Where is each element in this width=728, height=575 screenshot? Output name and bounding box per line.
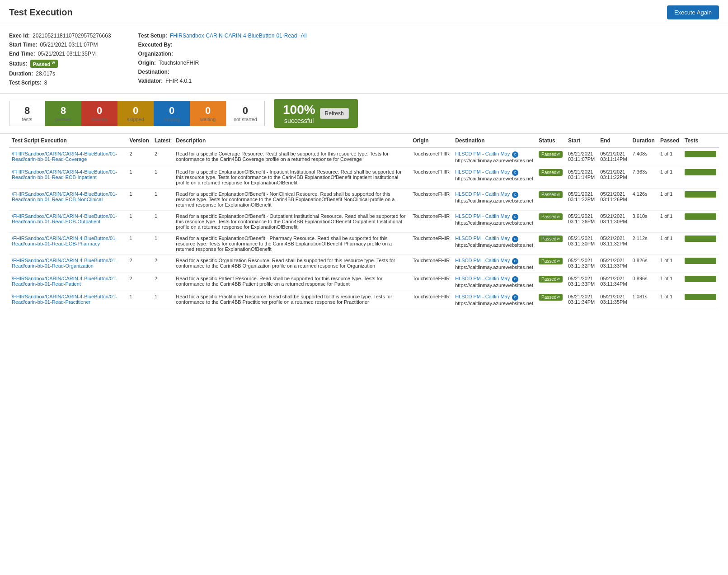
cell-script: /FHIRSandbox/CARIN/CARIN-4-BlueButton/01… <box>9 210 127 232</box>
cell-version: 2 <box>127 255 152 273</box>
table-row: /FHIRSandbox/CARIN/CARIN-4-BlueButton/01… <box>9 291 719 309</box>
col-tests: Tests <box>682 134 719 148</box>
cell-tests <box>682 255 719 273</box>
cell-start: 05/21/202103:11:30PM <box>565 232 597 255</box>
cell-latest: 1 <box>152 188 173 210</box>
status-badge: Passed W <box>539 236 563 242</box>
col-description: Description <box>173 134 410 148</box>
cell-start: 05/21/202103:11:14PM <box>565 166 597 188</box>
test-setup-label: Test Setup: <box>138 33 167 39</box>
progress-bar <box>685 213 716 220</box>
executed-by-row: Executed By: <box>138 42 307 48</box>
col-latest: Latest <box>152 134 173 148</box>
cell-description: Read for a specific ExplanationOfBenefit… <box>173 166 410 188</box>
cell-passed: 1 of 1 <box>658 291 682 309</box>
not-started-label: not started <box>234 117 257 122</box>
cell-description: Read for a specific Coverage Resource. R… <box>173 148 410 166</box>
script-link[interactable]: /FHIRSandbox/CARIN/CARIN-4-BlueButton/01… <box>12 294 124 305</box>
cell-latest: 1 <box>152 291 173 309</box>
results-table: Test Script Execution Version Latest Des… <box>9 134 719 309</box>
dest-url: https://caitlinmay.azurewebsites.net <box>455 158 533 163</box>
dest-link[interactable]: HLSCD PM - Caitlin May C <box>455 294 518 299</box>
dest-link[interactable]: HLSCD PM - Caitlin May C <box>455 258 518 263</box>
dest-link[interactable]: HLSCD PM - Caitlin May C <box>455 276 518 281</box>
skipped-stat: 0 skipped <box>117 101 154 126</box>
script-link[interactable]: /FHIRSandbox/CARIN/CARIN-4-BlueButton/01… <box>12 151 124 162</box>
start-time-value: 05/21/2021 03:11:07PM <box>40 42 98 48</box>
dest-icon: C <box>512 192 518 198</box>
cell-script: /FHIRSandbox/CARIN/CARIN-4-BlueButton/01… <box>9 188 127 210</box>
progress-bar <box>685 236 716 242</box>
col-script: Test Script Execution <box>9 134 127 148</box>
skipped-count: 0 <box>125 105 146 117</box>
dest-link[interactable]: HLSCD PM - Caitlin May C <box>455 151 518 156</box>
col-origin: Origin <box>410 134 452 148</box>
executed-by-label: Executed By: <box>138 42 173 48</box>
script-link[interactable]: /FHIRSandbox/CARIN/CARIN-4-BlueButton/01… <box>12 169 124 180</box>
validator-label: Validator: <box>138 78 163 84</box>
start-time-label: Start Time: <box>9 42 37 48</box>
dest-link[interactable]: HLSCD PM - Caitlin May C <box>455 191 518 197</box>
dest-link[interactable]: HLSCD PM - Caitlin May C <box>455 213 518 219</box>
cell-description: Read for a specific ExplanationOfBenefit… <box>173 210 410 232</box>
script-link[interactable]: /FHIRSandbox/CARIN/CARIN-4-BlueButton/01… <box>12 191 124 202</box>
refresh-button[interactable]: Refresh <box>320 108 349 119</box>
cell-passed: 1 of 1 <box>658 148 682 166</box>
status-badge: Passed W <box>539 169 563 176</box>
dest-icon: C <box>512 214 518 220</box>
cell-duration: 1.081s <box>630 291 658 309</box>
execute-again-button[interactable]: Execute Again <box>667 5 719 19</box>
passes-label: passes <box>53 117 74 122</box>
script-link[interactable]: /FHIRSandbox/CARIN/CARIN-4-BlueButton/01… <box>12 213 124 224</box>
table-row: /FHIRSandbox/CARIN/CARIN-4-BlueButton/01… <box>9 166 719 188</box>
test-setup-link[interactable]: FHIRSandbox-CARIN-CARIN-4-BlueButton-01-… <box>170 33 307 39</box>
cell-script: /FHIRSandbox/CARIN/CARIN-4-BlueButton/01… <box>9 166 127 188</box>
cell-status: Passed W <box>536 291 565 309</box>
cell-latest: 1 <box>152 210 173 232</box>
failures-label: failures <box>89 117 110 122</box>
cell-origin: TouchstoneFHIR <box>410 188 452 210</box>
dest-url: https://caitlinmay.azurewebsites.net <box>455 242 533 248</box>
col-status: Status <box>536 134 565 148</box>
waiting-label: waiting <box>197 117 218 122</box>
status-badge: Passed W <box>539 151 563 158</box>
dest-icon: C <box>512 276 518 283</box>
cell-latest: 1 <box>152 232 173 255</box>
cell-script: /FHIRSandbox/CARIN/CARIN-4-BlueButton/01… <box>9 255 127 273</box>
dest-url: https://caitlinmay.azurewebsites.net <box>455 220 533 226</box>
cell-start: 05/21/202103:11:34PM <box>565 291 597 309</box>
script-link[interactable]: /FHIRSandbox/CARIN/CARIN-4-BlueButton/01… <box>12 236 124 246</box>
table-row: /FHIRSandbox/CARIN/CARIN-4-BlueButton/01… <box>9 255 719 273</box>
cell-origin: TouchstoneFHIR <box>410 210 452 232</box>
cell-end: 05/21/202103:11:35PM <box>597 291 629 309</box>
cell-status: Passed W <box>536 255 565 273</box>
destination-row: Destination: <box>138 69 307 75</box>
end-time-label: End Time: <box>9 51 35 57</box>
cell-duration: 0.896s <box>630 273 658 291</box>
col-passed: Passed <box>658 134 682 148</box>
cell-destination: HLSCD PM - Caitlin May C https://caitlin… <box>452 232 536 255</box>
cell-end: 05/21/202103:11:34PM <box>597 273 629 291</box>
duration-label: Duration: <box>9 71 33 77</box>
test-scripts-label: Test Scripts: <box>9 80 42 86</box>
dest-link[interactable]: HLSCD PM - Caitlin May C <box>455 236 518 241</box>
cell-end: 05/21/202103:11:33PM <box>597 255 629 273</box>
script-link[interactable]: /FHIRSandbox/CARIN/CARIN-4-BlueButton/01… <box>12 258 124 269</box>
running-stat: 0 running <box>154 101 190 126</box>
test-setup-row: Test Setup: FHIRSandbox-CARIN-CARIN-4-Bl… <box>138 33 307 39</box>
organization-row: Organization: <box>138 51 307 57</box>
table-section: Test Script Execution Version Latest Des… <box>0 134 728 309</box>
end-time-row: End Time: 05/21/2021 03:11:35PM <box>9 51 111 57</box>
cell-description: Read for a specific ExplanationOfBenefit… <box>173 232 410 255</box>
cell-destination: HLSCD PM - Caitlin May C https://caitlin… <box>452 291 536 309</box>
script-link[interactable]: /FHIRSandbox/CARIN/CARIN-4-BlueButton/01… <box>12 276 124 287</box>
test-scripts-value: 8 <box>44 80 47 86</box>
dest-link[interactable]: HLSCD PM - Caitlin May C <box>455 169 518 174</box>
origin-label: Origin: <box>138 60 156 66</box>
status-badge: Passed W <box>30 60 58 68</box>
cell-origin: TouchstoneFHIR <box>410 273 452 291</box>
end-time-value: 05/21/2021 03:11:35PM <box>38 51 96 57</box>
progress-bar <box>685 276 716 282</box>
cell-duration: 2.112s <box>630 232 658 255</box>
col-destination: Destination <box>452 134 536 148</box>
